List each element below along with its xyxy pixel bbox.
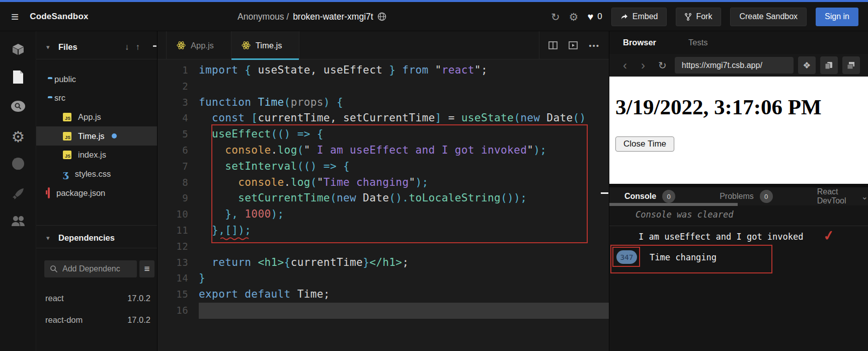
- editor-tabs: App.jsTime.js: [157, 31, 299, 59]
- console-tab-problems[interactable]: Problems0: [720, 190, 773, 203]
- browser-refresh-icon[interactable]: ↻: [658, 60, 667, 71]
- line-number: 10: [157, 206, 199, 223]
- files-panel: ▾ Files ↓ ↑ publicsrcJSApp.jsJSTime.jsJS…: [36, 31, 157, 351]
- code-area[interactable]: 1import { useState, useEffect } from "re…: [157, 59, 609, 351]
- code-line-9[interactable]: 9 setCurrentTime(new Date().toLocaleStri…: [157, 190, 609, 206]
- search-icon[interactable]: [0, 100, 36, 112]
- line-number: 14: [157, 270, 199, 287]
- file-row-public[interactable]: public: [36, 69, 157, 89]
- file-label: Time.js: [78, 131, 105, 141]
- file-row-index-js[interactable]: JSindex.js: [36, 146, 157, 165]
- code-line-16[interactable]: 16: [157, 303, 609, 319]
- globe-icon: [377, 12, 386, 21]
- dependency-row-react[interactable]: react17.0.2: [36, 290, 157, 307]
- code-line-15[interactable]: 15export default Time;: [157, 287, 609, 303]
- sandbox-cube-icon[interactable]: [0, 42, 36, 56]
- settings-gear-icon[interactable]: ⚙: [569, 12, 579, 22]
- code-line-1[interactable]: 1import { useState, useEffect } from "re…: [157, 62, 609, 79]
- sign-in-button[interactable]: Sign in: [816, 8, 858, 26]
- console-tab-label: Problems: [720, 192, 754, 201]
- fork-button[interactable]: Fork: [676, 8, 721, 26]
- log-repeat-count-badge: 347: [616, 250, 637, 264]
- divider: [36, 248, 157, 248]
- file-row-app-js[interactable]: JSApp.js: [36, 107, 157, 126]
- files-title: Files: [58, 42, 125, 52]
- dependencies-collapse-chevron-icon[interactable]: ▾: [46, 234, 53, 242]
- console-tab-console[interactable]: Console0: [624, 190, 675, 203]
- like-counter[interactable]: ♥ 0: [587, 12, 602, 22]
- files-collapse-chevron-icon[interactable]: ▾: [46, 43, 53, 51]
- live-users-icon[interactable]: [0, 216, 36, 227]
- line-text: console.log("Time changing");: [199, 175, 609, 191]
- upload-files-icon[interactable]: ↑: [136, 43, 140, 51]
- download-sandbox-icon[interactable]: ↓: [125, 43, 129, 51]
- code-line-5[interactable]: 5 useEffect(() => {: [157, 126, 609, 143]
- add-dependency-input[interactable]: [44, 260, 137, 277]
- file-row-styles-css[interactable]: ʒstyles.css: [36, 165, 157, 184]
- browser-url-bar[interactable]: https://xmgi7t.csb.app/: [675, 57, 794, 74]
- embed-button[interactable]: Embed: [611, 8, 667, 26]
- line-number: 15: [157, 287, 199, 303]
- console-active-tab-indicator: [609, 203, 738, 206]
- react-file-icon: [242, 41, 251, 50]
- file-row-time-js[interactable]: JSTime.js: [36, 126, 157, 146]
- console-tab-label: Console: [624, 192, 656, 201]
- hamburger-menu-icon[interactable]: ≡: [11, 10, 19, 23]
- editor-more-options-icon[interactable]: •••: [589, 42, 600, 49]
- copy-url-icon[interactable]: [820, 56, 838, 74]
- github-icon[interactable]: [0, 157, 36, 170]
- code-line-7[interactable]: 7 setInterval(() => {: [157, 159, 609, 175]
- responsive-mode-icon[interactable]: ❖: [798, 56, 816, 74]
- sandbox-owner[interactable]: Anonymous /: [238, 12, 289, 22]
- browser-forward-icon[interactable]: ›: [641, 59, 645, 72]
- preview-time-heading: 3/19/2022, 3:17:06 PM: [615, 95, 868, 119]
- refresh-sandbox-icon[interactable]: ↻: [551, 12, 560, 22]
- js-icon: JS: [63, 132, 71, 141]
- code-line-4[interactable]: 4 const [currentTime, setCurrentTime] = …: [157, 110, 609, 126]
- create-sandbox-button[interactable]: Create Sandbox: [730, 8, 807, 26]
- file-explorer-icon[interactable]: [0, 70, 36, 84]
- code-line-14[interactable]: 14}: [157, 270, 609, 287]
- line-number: 8: [157, 175, 199, 191]
- panel-tab-browser[interactable]: Browser: [623, 38, 656, 47]
- preferences-gear-icon[interactable]: ⚙: [0, 128, 36, 146]
- code-line-13[interactable]: 13 return <h1>{currentTime}</h1>;: [157, 255, 609, 271]
- panel-tab-tests[interactable]: Tests: [688, 38, 708, 47]
- line-text: }: [199, 270, 609, 287]
- js-icon: JS: [63, 113, 71, 121]
- code-line-6[interactable]: 6 console.log(" I am useEffect and I got…: [157, 143, 609, 159]
- open-in-new-window-icon[interactable]: [842, 56, 860, 74]
- deployment-rocket-icon[interactable]: [0, 187, 36, 201]
- code-line-2[interactable]: 2: [157, 79, 609, 95]
- close-time-button[interactable]: Close Time: [615, 136, 674, 152]
- file-row-package-json[interactable]: package.json: [36, 183, 157, 202]
- console-tab-react-devtool[interactable]: React DevTool⌄: [817, 187, 868, 205]
- dependency-name: react-dom: [45, 315, 83, 325]
- code-line-11[interactable]: 11 },[]);: [157, 223, 609, 239]
- line-number: 4: [157, 110, 199, 126]
- fork-label: Fork: [696, 12, 712, 21]
- dependency-menu-button[interactable]: ≡: [139, 260, 154, 277]
- app-logo[interactable]: CodeSandbox: [30, 12, 89, 22]
- sandbox-name[interactable]: broken-water-xmgi7t: [293, 12, 373, 22]
- editor-tab-time-js[interactable]: Time.js: [231, 31, 300, 59]
- code-line-3[interactable]: 3function Time(props) {: [157, 95, 609, 111]
- code-line-10[interactable]: 10 }, 1000);: [157, 206, 609, 223]
- line-text: setInterval(() => {: [199, 159, 609, 175]
- divider: [609, 184, 868, 187]
- line-number: 16: [157, 303, 199, 319]
- divider: [36, 225, 157, 226]
- code-line-12[interactable]: 12: [157, 239, 609, 255]
- panel-resize-handle[interactable]: [601, 192, 608, 194]
- code-line-8[interactable]: 8 console.log("Time changing");: [157, 175, 609, 191]
- open-preview-window-icon[interactable]: [569, 41, 578, 49]
- dependency-row-react-dom[interactable]: react-dom17.0.2: [36, 311, 157, 328]
- file-row-src[interactable]: src: [36, 89, 157, 108]
- browser-panel-tabs: BrowserTests: [609, 31, 868, 54]
- dependency-version: 17.0.2: [127, 315, 150, 325]
- header-bar: ≡ CodeSandbox Anonymous / broken-water-x…: [0, 2, 868, 31]
- line-text: const [currentTime, setCurrentTime] = us…: [199, 110, 609, 126]
- browser-back-icon[interactable]: ‹: [623, 59, 627, 72]
- split-view-icon[interactable]: [548, 41, 558, 49]
- editor-tab-app-js[interactable]: App.js: [166, 31, 231, 59]
